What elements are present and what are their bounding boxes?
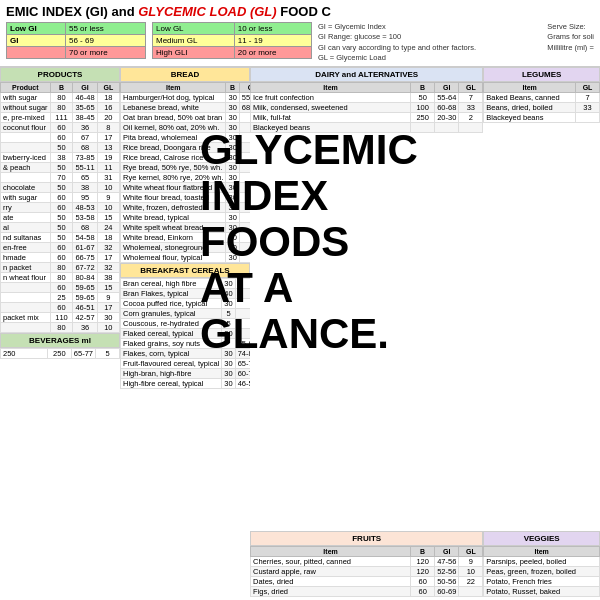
table-row: Fruit-flavoured cereal, typical3065-7518 [121, 358, 251, 368]
gi-high-range: 70 or more [65, 46, 145, 58]
table-row: Flaked cereal, typical3070-80 [121, 328, 251, 338]
table-row: Bran cereal, high fibre3030 [121, 278, 251, 288]
table-row: White spelt wheat bread3015 [121, 222, 251, 232]
table-row: en-free6061-6732 [1, 242, 120, 252]
table-row: 2559-659 [1, 292, 120, 302]
fruits-header: FRUITS [250, 531, 483, 546]
gi-low-label: Low GI [7, 22, 66, 34]
vegetables-section: VEGGIES Item Parsnips, peeled, boiled Pe… [483, 531, 600, 597]
gl-scale-table: Low GL 10 or less Medium GL 11 - 19 High… [152, 22, 312, 59]
table-row: Parsnips, peeled, boiled [484, 556, 600, 566]
table-row: Rice bread, Doongara rice3030 [121, 142, 251, 152]
table-row: White wheat flour flatbread3031 [121, 182, 251, 192]
table-row: Figs, dried6060-69 [251, 586, 483, 596]
table-row: Milk, full-fat25020-302 [251, 112, 483, 122]
fruits-veggies-row: FRUITS Item B GI GL Cherries, sour, pitt… [250, 531, 600, 597]
table-row: Couscous, re-hydrated5150 [121, 318, 251, 328]
table-row: 606717 [1, 132, 120, 142]
table-row: White bread, typical309 [121, 212, 251, 222]
table-row: e, pre-mixed11138-4520 [1, 112, 120, 122]
table-row: ate5053-5815 [1, 212, 120, 222]
table-row: Oil kernel, 80% oat, 20% wh.3030 [121, 122, 251, 132]
table-row: Pita bread, wholemeal3030 [121, 132, 251, 142]
title-gl: GLYCEMIC LOAD (GL) [138, 4, 276, 19]
table-row: chocolate503810 [1, 182, 120, 192]
table-row: coconut flour60368 [1, 122, 120, 132]
table-row: Milk, condensed, sweetened10060-6833 [251, 102, 483, 112]
table-row: Bran Flakes, typical4030 [121, 288, 251, 298]
table-row: Dates, dried6050-5622 [251, 576, 483, 586]
header: EMIC INDEX (GI) and GLYCEMIC LOAD (GL) F… [0, 0, 600, 67]
table-row: hmade6066-7517 [1, 252, 120, 262]
table-row: n packet8067-7232 [1, 262, 120, 272]
col-gl-header: GL [97, 82, 119, 92]
title-area: EMIC INDEX (GI) and GLYCEMIC LOAD (GL) F… [6, 4, 331, 20]
table-row: Cherries, sour, pitted, canned12047-569 [251, 556, 483, 566]
baked-products-table: Product B GI GL with sugar8046-4818 with… [0, 82, 120, 333]
table-row: White bread, Einkorn3015 [121, 232, 251, 242]
fruits-table: Item B GI GL Cherries, sour, pitted, can… [250, 546, 483, 597]
legumes-section: LEGUMES Item GL Baked Beans, canned7 Bea… [483, 67, 600, 133]
col-product-header: Product [1, 82, 51, 92]
breakfast-table: Bran cereal, high fibre3030 Bran Flakes,… [120, 278, 250, 389]
gi-scale-table: Low GI 55 or less GI 56 - 69 70 or more [6, 22, 146, 59]
table-row: Cocoa puffed rice, typical3030 [121, 298, 251, 308]
legumes-table: Item GL Baked Beans, canned7 Beans, drie… [483, 82, 600, 123]
table-row: 25025065-775 [1, 348, 120, 358]
table-row: Beans, dried, boiled33 [484, 102, 600, 112]
dairy-legumes-row: DAIRY and ALTERNATIVES Item B GI GL Ice … [250, 67, 600, 133]
table-row: Flaked grains, soy nuts55-65 [121, 338, 251, 348]
table-row: 706531 [1, 172, 120, 182]
gl-low-range: 10 or less [234, 22, 311, 34]
bread-col-name: Item [121, 82, 226, 92]
gl-low-label: Low GL [153, 22, 235, 34]
page-wrapper: EMIC INDEX (GI) and GLYCEMIC LOAD (GL) F… [0, 0, 600, 597]
page-title: EMIC INDEX (GI) and GLYCEMIC LOAD (GL) F… [6, 4, 331, 20]
gi-med-range: 56 - 69 [65, 34, 145, 46]
gl-high-range: 20 or more [234, 46, 311, 58]
dairy-section: DAIRY and ALTERNATIVES Item B GI GL Ice … [250, 67, 483, 133]
right-sections: DAIRY and ALTERNATIVES Item B GI GL Ice … [250, 67, 600, 597]
fruits-section: FRUITS Item B GI GL Cherries, sour, pitt… [250, 531, 483, 597]
gl-high-label: High GLI [153, 46, 235, 58]
table-row: Flakes, corn, typical3074-8419 [121, 348, 251, 358]
table-row: 506813 [1, 142, 120, 152]
table-row: Wholemeal, stoneground3030 [121, 242, 251, 252]
col-gi-header: GI [73, 82, 97, 92]
table-row: 6046-5117 [1, 302, 120, 312]
table-row: Potato, Russet, baked [484, 586, 600, 596]
table-row: rry6048-5310 [1, 202, 120, 212]
title-gi: EMIC INDEX (GI) [6, 4, 108, 19]
beverages-table: 25025065-775 [0, 348, 120, 359]
col-b-header: B [50, 82, 73, 92]
legumes-header: LEGUMES [483, 67, 600, 82]
vegetables-table: Item Parsnips, peeled, boiled Peas, gree… [483, 546, 600, 597]
gl-med-label: Medium GL [153, 34, 235, 46]
baked-products-header: PRODUCTS [0, 67, 120, 82]
table-row: Blackeyed beans [484, 112, 600, 122]
baked-products-section: PRODUCTS Product B GI GL with sugar8046-… [0, 67, 120, 597]
table-row: Rye kernel, 80% rye, 20% wh.3030 [121, 172, 251, 182]
table-row: Ice fruit confection5055-647 [251, 92, 483, 102]
table-row: n wheat flour8080-8438 [1, 272, 120, 282]
gi-med-label: GI [7, 34, 66, 46]
info-text: GI = Glycemic Index GI Range: glucose = … [318, 22, 541, 64]
table-row: Peas, green, frozen, boiled [484, 566, 600, 576]
table-row: & peach5055-1111 [1, 162, 120, 172]
table-row: Lebanese bread, white3068-7210 [121, 102, 251, 112]
table-row: packet mix11042-5730 [1, 312, 120, 322]
breakfast-header: BREAKFAST CEREALS [120, 263, 250, 278]
dairy-table: Item B GI GL Ice fruit confection5055-64… [250, 82, 483, 133]
table-row: al506824 [1, 222, 120, 232]
table-row: nd sultanas5054-5818 [1, 232, 120, 242]
table-row: Blackeyed beans [251, 122, 483, 132]
gl-med-range: 11 - 19 [234, 34, 311, 46]
main-content: GLYCEMIC INDEX FOODS AT A GLANCE. PRODUC… [0, 67, 600, 597]
table-row: Rye bread, 50% rye, 50% wh.3030 [121, 162, 251, 172]
vegetables-header: VEGGIES [483, 531, 600, 546]
table-row: Rice bread, Calrose rice3030 [121, 152, 251, 162]
table-row: Hamburger/Hot dog, typical3055-657 [121, 92, 251, 102]
table-row: bwberry-iced3873-8519 [1, 152, 120, 162]
dairy-header: DAIRY and ALTERNATIVES [250, 67, 483, 82]
table-row: High-fibre cereal, typical3046-589 [121, 378, 251, 388]
